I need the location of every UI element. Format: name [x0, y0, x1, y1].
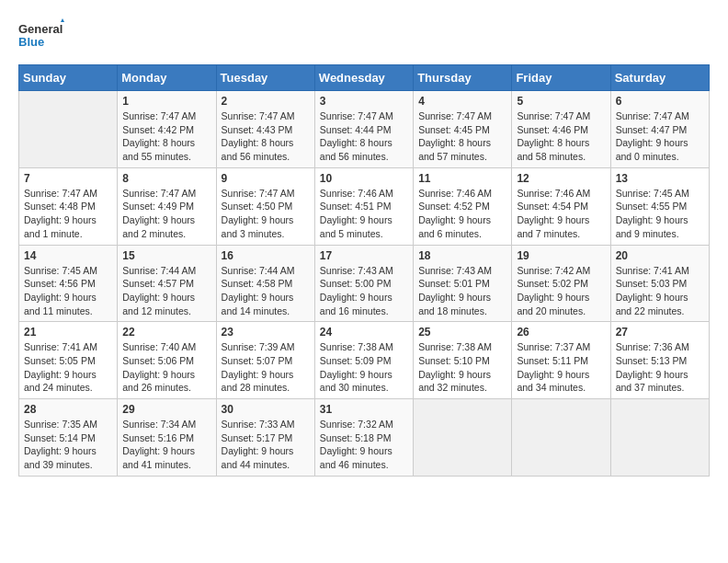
svg-text:General: General — [18, 22, 63, 36]
day-info: Sunrise: 7:43 AMSunset: 5:00 PMDaylight:… — [320, 264, 408, 318]
calendar-day-header: Wednesday — [314, 65, 413, 91]
calendar-week-row: 21Sunrise: 7:41 AMSunset: 5:05 PMDayligh… — [19, 322, 710, 399]
day-number: 31 — [320, 403, 408, 416]
day-number: 11 — [418, 172, 506, 185]
calendar-day-header: Sunday — [19, 65, 118, 91]
day-number: 30 — [222, 403, 310, 416]
calendar-cell — [512, 399, 610, 477]
calendar-cell: 12Sunrise: 7:46 AMSunset: 4:54 PMDayligh… — [512, 167, 610, 245]
calendar-cell: 30Sunrise: 7:33 AMSunset: 5:17 PMDayligh… — [216, 399, 314, 477]
day-info: Sunrise: 7:47 AMSunset: 4:46 PMDaylight:… — [517, 109, 605, 164]
day-info: Sunrise: 7:38 AMSunset: 5:10 PMDaylight:… — [418, 340, 506, 395]
calendar-cell: 16Sunrise: 7:44 AMSunset: 4:58 PMDayligh… — [216, 245, 314, 322]
calendar-cell: 15Sunrise: 7:44 AMSunset: 4:57 PMDayligh… — [118, 245, 216, 322]
day-info: Sunrise: 7:35 AMSunset: 5:14 PMDaylight:… — [24, 418, 112, 472]
day-number: 13 — [616, 172, 704, 185]
day-info: Sunrise: 7:46 AMSunset: 4:52 PMDaylight:… — [418, 187, 506, 241]
day-number: 18 — [418, 249, 506, 262]
day-info: Sunrise: 7:46 AMSunset: 4:51 PMDaylight:… — [320, 187, 408, 241]
day-number: 6 — [616, 95, 704, 108]
calendar-cell: 5Sunrise: 7:47 AMSunset: 4:46 PMDaylight… — [512, 91, 610, 168]
day-number: 25 — [418, 326, 506, 339]
day-number: 10 — [320, 172, 408, 185]
day-number: 12 — [517, 172, 605, 185]
calendar-day-header: Monday — [118, 65, 216, 91]
day-number: 29 — [122, 403, 210, 416]
calendar-cell: 25Sunrise: 7:38 AMSunset: 5:10 PMDayligh… — [414, 322, 512, 399]
calendar-cell: 24Sunrise: 7:38 AMSunset: 5:09 PMDayligh… — [314, 322, 413, 399]
calendar-cell — [610, 399, 709, 477]
day-info: Sunrise: 7:45 AMSunset: 4:55 PMDaylight:… — [616, 187, 704, 241]
calendar-cell: 10Sunrise: 7:46 AMSunset: 4:51 PMDayligh… — [314, 167, 413, 245]
day-number: 9 — [222, 172, 310, 185]
day-info: Sunrise: 7:41 AMSunset: 5:03 PMDaylight:… — [616, 264, 704, 318]
calendar-cell: 14Sunrise: 7:45 AMSunset: 4:56 PMDayligh… — [19, 245, 118, 322]
day-info: Sunrise: 7:38 AMSunset: 5:09 PMDaylight:… — [320, 340, 408, 395]
day-number: 23 — [222, 326, 310, 339]
calendar-week-row: 7Sunrise: 7:47 AMSunset: 4:48 PMDaylight… — [19, 167, 710, 245]
day-info: Sunrise: 7:40 AMSunset: 5:06 PMDaylight:… — [122, 340, 210, 395]
calendar-cell: 22Sunrise: 7:40 AMSunset: 5:06 PMDayligh… — [118, 322, 216, 399]
calendar-cell: 28Sunrise: 7:35 AMSunset: 5:14 PMDayligh… — [19, 399, 118, 477]
day-info: Sunrise: 7:41 AMSunset: 5:05 PMDaylight:… — [24, 340, 112, 395]
day-number: 2 — [222, 95, 310, 108]
calendar-cell: 21Sunrise: 7:41 AMSunset: 5:05 PMDayligh… — [19, 322, 118, 399]
calendar-cell: 8Sunrise: 7:47 AMSunset: 4:49 PMDaylight… — [118, 167, 216, 245]
calendar: SundayMondayTuesdayWednesdayThursdayFrid… — [18, 64, 710, 477]
day-number: 8 — [122, 172, 210, 185]
day-info: Sunrise: 7:37 AMSunset: 5:11 PMDaylight:… — [517, 340, 605, 395]
day-number: 20 — [616, 249, 704, 262]
day-info: Sunrise: 7:42 AMSunset: 5:02 PMDaylight:… — [517, 264, 605, 318]
page-container: General Blue SundayMondayTuesdayWednesda… — [18, 18, 710, 477]
day-info: Sunrise: 7:47 AMSunset: 4:44 PMDaylight:… — [320, 109, 408, 164]
calendar-cell: 27Sunrise: 7:36 AMSunset: 5:13 PMDayligh… — [610, 322, 709, 399]
day-info: Sunrise: 7:34 AMSunset: 5:16 PMDaylight:… — [122, 418, 210, 472]
day-number: 7 — [24, 172, 112, 185]
calendar-cell: 11Sunrise: 7:46 AMSunset: 4:52 PMDayligh… — [414, 167, 512, 245]
calendar-cell: 9Sunrise: 7:47 AMSunset: 4:50 PMDaylight… — [216, 167, 314, 245]
day-info: Sunrise: 7:43 AMSunset: 5:01 PMDaylight:… — [418, 264, 506, 318]
calendar-cell — [19, 91, 118, 168]
day-info: Sunrise: 7:47 AMSunset: 4:45 PMDaylight:… — [418, 109, 506, 164]
calendar-cell: 31Sunrise: 7:32 AMSunset: 5:18 PMDayligh… — [314, 399, 413, 477]
calendar-cell: 18Sunrise: 7:43 AMSunset: 5:01 PMDayligh… — [414, 245, 512, 322]
svg-text:Blue: Blue — [18, 35, 44, 49]
day-info: Sunrise: 7:47 AMSunset: 4:43 PMDaylight:… — [222, 109, 310, 164]
day-number: 3 — [320, 95, 408, 108]
calendar-day-header: Thursday — [414, 65, 512, 91]
calendar-day-header: Saturday — [610, 65, 709, 91]
day-number: 24 — [320, 326, 408, 339]
day-info: Sunrise: 7:47 AMSunset: 4:49 PMDaylight:… — [122, 187, 210, 241]
calendar-cell: 23Sunrise: 7:39 AMSunset: 5:07 PMDayligh… — [216, 322, 314, 399]
calendar-week-row: 14Sunrise: 7:45 AMSunset: 4:56 PMDayligh… — [19, 245, 710, 322]
day-number: 21 — [24, 326, 112, 339]
logo: General Blue — [18, 18, 64, 55]
calendar-cell: 20Sunrise: 7:41 AMSunset: 5:03 PMDayligh… — [610, 245, 709, 322]
calendar-cell: 13Sunrise: 7:45 AMSunset: 4:55 PMDayligh… — [610, 167, 709, 245]
day-number: 28 — [24, 403, 112, 416]
calendar-cell: 4Sunrise: 7:47 AMSunset: 4:45 PMDaylight… — [414, 91, 512, 168]
svg-marker-2 — [61, 18, 64, 22]
day-info: Sunrise: 7:32 AMSunset: 5:18 PMDaylight:… — [320, 418, 408, 472]
calendar-cell — [414, 399, 512, 477]
day-number: 19 — [517, 249, 605, 262]
day-info: Sunrise: 7:36 AMSunset: 5:13 PMDaylight:… — [616, 340, 704, 395]
calendar-cell: 1Sunrise: 7:47 AMSunset: 4:42 PMDaylight… — [118, 91, 216, 168]
calendar-week-row: 1Sunrise: 7:47 AMSunset: 4:42 PMDaylight… — [19, 91, 710, 168]
day-info: Sunrise: 7:33 AMSunset: 5:17 PMDaylight:… — [222, 418, 310, 472]
calendar-cell: 26Sunrise: 7:37 AMSunset: 5:11 PMDayligh… — [512, 322, 610, 399]
day-info: Sunrise: 7:47 AMSunset: 4:42 PMDaylight:… — [122, 109, 210, 164]
day-info: Sunrise: 7:47 AMSunset: 4:48 PMDaylight:… — [24, 187, 112, 241]
day-number: 26 — [517, 326, 605, 339]
day-number: 27 — [616, 326, 704, 339]
calendar-cell: 3Sunrise: 7:47 AMSunset: 4:44 PMDaylight… — [314, 91, 413, 168]
calendar-day-header: Friday — [512, 65, 610, 91]
day-info: Sunrise: 7:47 AMSunset: 4:50 PMDaylight:… — [222, 187, 310, 241]
calendar-cell: 2Sunrise: 7:47 AMSunset: 4:43 PMDaylight… — [216, 91, 314, 168]
day-info: Sunrise: 7:39 AMSunset: 5:07 PMDaylight:… — [222, 340, 310, 395]
day-number: 4 — [418, 95, 506, 108]
day-info: Sunrise: 7:45 AMSunset: 4:56 PMDaylight:… — [24, 264, 112, 318]
calendar-cell: 6Sunrise: 7:47 AMSunset: 4:47 PMDaylight… — [610, 91, 709, 168]
calendar-week-row: 28Sunrise: 7:35 AMSunset: 5:14 PMDayligh… — [19, 399, 710, 477]
day-info: Sunrise: 7:47 AMSunset: 4:47 PMDaylight:… — [616, 109, 704, 164]
